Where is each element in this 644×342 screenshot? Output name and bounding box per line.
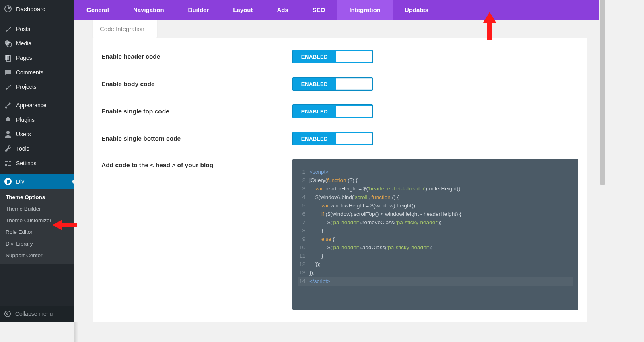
main-content: General Navigation Builder Layout Ads SE… [74, 0, 605, 322]
sidebar-label: Dashboard [16, 6, 45, 12]
option-label: Add code to the < head > of your blog [101, 159, 292, 169]
toggle-knob [336, 133, 372, 144]
plug-icon [4, 116, 12, 124]
tab-integration[interactable]: Integration [337, 0, 393, 20]
toggle-body-code[interactable]: ENABLED [292, 77, 373, 91]
sliders-icon [4, 159, 12, 167]
pin-icon [4, 83, 12, 91]
svg-point-7 [5, 311, 10, 317]
collapse-label: Collapse menu [15, 311, 53, 317]
submenu-support-center[interactable]: Support Center [0, 250, 74, 261]
code-editor-head[interactable]: 1<script> 2jQuery(function ($) { 3 var h… [292, 159, 578, 310]
sidebar-label: Comments [16, 69, 43, 76]
toggle-label: ENABLED [293, 136, 336, 142]
sidebar-label: Divi [16, 178, 25, 185]
option-label: Enable header code [101, 53, 292, 60]
sidebar-label: Media [16, 40, 31, 47]
comment-icon [4, 68, 12, 76]
submenu-theme-builder[interactable]: Theme Builder [0, 203, 74, 215]
subtab-code-integration[interactable]: Code Integration [93, 20, 157, 38]
top-tab-bar: General Navigation Builder Layout Ads SE… [74, 0, 605, 20]
tab-builder[interactable]: Builder [176, 0, 221, 20]
dashboard-icon [4, 5, 12, 13]
option-label: Enable body code [101, 80, 292, 88]
sidebar-item-divi[interactable]: Divi [0, 174, 74, 189]
toggle-knob [336, 51, 372, 62]
user-icon [4, 130, 12, 138]
option-row-single-bottom: Enable single bottom code ENABLED [101, 132, 578, 145]
brush-icon [4, 101, 12, 109]
collapse-menu-button[interactable]: Collapse menu [0, 306, 74, 322]
sidebar-label: Users [16, 131, 31, 137]
integration-panel: Enable header code ENABLED Enable body c… [93, 38, 587, 322]
submenu-role-editor[interactable]: Role Editor [0, 226, 74, 238]
toggle-label: ENABLED [293, 54, 336, 60]
toggle-header-code[interactable]: ENABLED [292, 50, 373, 63]
submenu-divi-library[interactable]: Divi Library [0, 238, 74, 250]
tab-general[interactable]: General [74, 0, 121, 20]
svg-point-5 [6, 131, 10, 134]
option-row-single-top: Enable single top code ENABLED [101, 104, 578, 118]
sidebar-item-plugins[interactable]: Plugins [0, 113, 74, 127]
wrench-icon [4, 145, 12, 153]
tab-ads[interactable]: Ads [265, 0, 300, 20]
option-row-body-code: Enable body code ENABLED [101, 77, 578, 91]
vertical-scrollbar[interactable] [599, 0, 605, 322]
submenu-theme-customizer[interactable]: Theme Customizer [0, 215, 74, 226]
sidebar-item-projects[interactable]: Projects [0, 80, 74, 94]
sidebar-label: Appearance [16, 102, 47, 109]
sidebar-item-dashboard[interactable]: Dashboard [0, 0, 74, 18]
sidebar-item-comments[interactable]: Comments [0, 65, 74, 80]
sidebar-label: Pages [16, 55, 32, 61]
pin-icon [4, 25, 12, 33]
option-row-header-code: Enable header code ENABLED [101, 50, 578, 63]
option-label: Enable single bottom code [101, 135, 292, 142]
collapse-icon [4, 310, 11, 317]
option-row-head-code: Add code to the < head > of your blog 1<… [101, 159, 578, 310]
tab-navigation[interactable]: Navigation [121, 0, 176, 20]
toggle-knob [336, 106, 372, 117]
sidebar-label: Settings [16, 160, 37, 166]
sub-tab-bar: Code Integration [74, 20, 605, 38]
toggle-label: ENABLED [293, 109, 336, 115]
sidebar-item-appearance[interactable]: Appearance [0, 98, 74, 113]
tab-layout[interactable]: Layout [221, 0, 265, 20]
toggle-knob [336, 78, 372, 90]
sidebar-item-pages[interactable]: Pages [0, 51, 74, 65]
toggle-single-bottom[interactable]: ENABLED [292, 132, 373, 145]
pages-icon [4, 54, 12, 62]
sidebar-label: Tools [16, 145, 29, 152]
option-label: Enable single top code [101, 108, 292, 115]
sidebar-label: Projects [16, 84, 37, 90]
sidebar-item-tools[interactable]: Tools [0, 141, 74, 156]
sidebar-item-settings[interactable]: Settings [0, 156, 74, 170]
sidebar-label: Posts [16, 26, 30, 32]
media-icon [4, 39, 12, 47]
tab-seo[interactable]: SEO [300, 0, 337, 20]
sidebar-item-media[interactable]: Media [0, 36, 74, 51]
sidebar-submenu-divi: Theme Options Theme Builder Theme Custom… [0, 189, 74, 264]
divi-icon [4, 178, 12, 186]
tab-updates[interactable]: Updates [393, 0, 440, 20]
toggle-single-top[interactable]: ENABLED [292, 104, 373, 118]
sidebar-item-posts[interactable]: Posts [0, 22, 74, 36]
toggle-label: ENABLED [293, 81, 336, 87]
submenu-theme-options[interactable]: Theme Options [0, 191, 74, 203]
scrollbar-thumb[interactable] [600, 0, 605, 185]
sidebar-label: Plugins [16, 117, 35, 123]
sidebar-item-users[interactable]: Users [0, 127, 74, 141]
wp-admin-sidebar: Dashboard Posts Media Pages Comments Pro… [0, 0, 74, 322]
